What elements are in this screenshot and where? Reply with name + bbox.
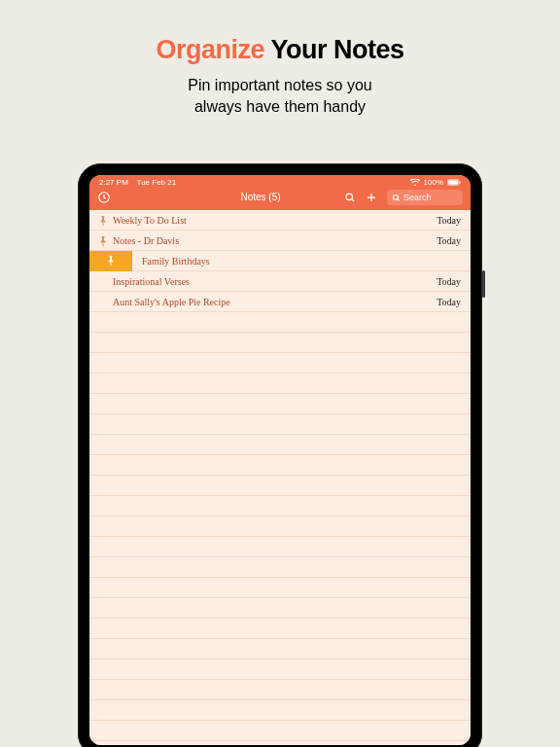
svg-point-4 xyxy=(346,194,353,200)
top-bar: 2:27 PM Tue Feb 21 100% xyxy=(89,175,471,210)
note-title: Aunt Sally's Apple Pie Recipe xyxy=(113,297,437,307)
title-accent: Organize xyxy=(156,35,264,64)
svg-line-5 xyxy=(352,198,354,200)
note-row[interactable]: Notes - Dr DavisToday xyxy=(89,231,471,251)
pin-indicator-icon xyxy=(97,215,109,227)
search-placeholder: Search xyxy=(403,193,432,202)
svg-rect-2 xyxy=(459,181,460,184)
note-title: Weekly To Do List xyxy=(113,215,437,226)
note-row[interactable]: Aunt Sally's Apple Pie RecipeToday xyxy=(89,292,471,312)
note-title: Family Birthdays xyxy=(142,256,461,267)
search-input[interactable]: Search xyxy=(387,190,463,205)
status-bar: 2:27 PM Tue Feb 21 100% xyxy=(89,175,471,189)
search-field-icon xyxy=(392,189,401,206)
status-time: 2:27 PM xyxy=(99,178,128,187)
nav-bar: Notes (5) Search xyxy=(89,189,471,210)
note-row[interactable]: Family Birthdays xyxy=(89,251,471,271)
note-row[interactable]: Inspirational VersesToday xyxy=(89,271,471,292)
page-title: Organize Your Notes xyxy=(0,35,560,65)
pin-indicator-icon xyxy=(97,235,109,247)
title-rest: Your Notes xyxy=(271,35,404,64)
search-icon[interactable] xyxy=(344,192,356,203)
status-date: Tue Feb 21 xyxy=(137,178,177,187)
note-row[interactable]: Weekly To Do ListToday xyxy=(89,210,471,231)
add-icon[interactable] xyxy=(366,192,377,203)
nav-title: Notes (5) xyxy=(240,192,280,202)
tablet-frame: 2:27 PM Tue Feb 21 100% xyxy=(78,163,482,747)
svg-line-9 xyxy=(398,198,400,200)
note-title: Notes - Dr Davis xyxy=(113,235,437,246)
note-date: Today xyxy=(437,297,461,307)
note-title: Inspirational Verses xyxy=(113,276,437,287)
wifi-icon xyxy=(410,179,420,187)
clock-icon[interactable] xyxy=(97,191,111,204)
battery-label: 100% xyxy=(424,178,443,187)
tablet-screen: 2:27 PM Tue Feb 21 100% xyxy=(89,175,471,745)
page-subtitle: Pin important notes so you always have t… xyxy=(0,75,560,117)
notes-list[interactable]: Weekly To Do ListTodayNotes - Dr DavisTo… xyxy=(89,210,471,745)
note-date: Today xyxy=(437,276,461,287)
battery-icon xyxy=(447,179,461,186)
svg-rect-1 xyxy=(448,180,458,185)
pin-icon xyxy=(105,255,117,268)
status-right: 100% xyxy=(410,178,461,187)
pin-action-button[interactable] xyxy=(89,251,132,271)
status-left: 2:27 PM Tue Feb 21 xyxy=(99,178,176,187)
note-date: Today xyxy=(437,235,461,246)
note-date: Today xyxy=(437,215,461,226)
svg-point-8 xyxy=(394,195,399,199)
